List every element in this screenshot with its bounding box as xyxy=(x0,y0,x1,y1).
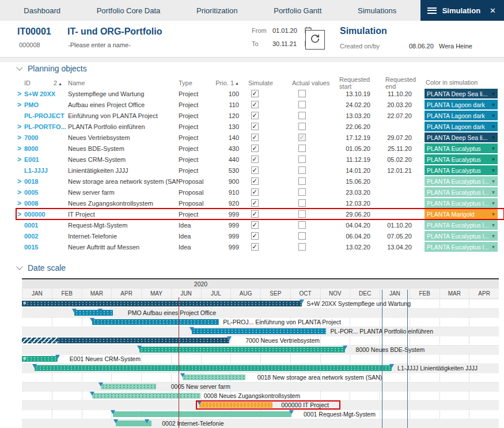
tab-portfolio-gantt[interactable]: Portfolio Gantt xyxy=(274,6,321,15)
col-prio[interactable]: Prio. 1▲ xyxy=(212,76,239,90)
table-row[interactable]: >0008Neues ZugangskontrollsystemProposal… xyxy=(16,198,504,209)
tab-simulations[interactable]: Simulations xyxy=(358,6,396,15)
gantt-bar[interactable] xyxy=(192,328,326,334)
milestone-marker-icon[interactable] xyxy=(55,355,60,359)
simulate-checkbox[interactable]: ✓ xyxy=(239,134,285,141)
color-dropdown[interactable]: PLANTA Eucalyptus▾ xyxy=(425,143,498,153)
simulate-checkbox[interactable]: ✓ xyxy=(239,166,285,174)
table-row[interactable]: >000000IT ProjectProject999✓29.06.20PLAN… xyxy=(16,209,504,219)
col-name[interactable]: Name xyxy=(68,76,179,90)
col-id[interactable]: ID xyxy=(24,79,31,86)
table-row[interactable]: >0018New storage area network system (SA… xyxy=(16,176,504,187)
refresh-button[interactable] xyxy=(305,30,325,50)
simulate-checkbox[interactable]: ✓ xyxy=(239,101,285,108)
simulate-checkbox[interactable]: ✓ xyxy=(239,188,285,196)
expand-icon[interactable]: > xyxy=(16,211,24,217)
table-row[interactable]: >S+W 20XXSystempflege und WartungProject… xyxy=(16,88,504,99)
table-row[interactable]: L1-JJJJLinientätigkeiten JJJJProject530✓… xyxy=(16,165,504,176)
milestone-marker-icon[interactable] xyxy=(137,346,142,350)
table-row[interactable]: >7000Neues VertriebsystemProject140✓✓17.… xyxy=(16,132,504,143)
gantt-bar[interactable]: « xyxy=(22,356,58,362)
simulate-checkbox[interactable]: ✓ xyxy=(239,177,285,185)
milestone-marker-icon[interactable] xyxy=(90,392,94,396)
simulate-checkbox[interactable]: ✓ xyxy=(239,90,285,97)
tab-simulation-active[interactable]: Simulation ✕ xyxy=(420,0,504,21)
table-row[interactable]: 0001Request-Mgt-SystemIdea999✓04.04.2001… xyxy=(16,219,504,230)
planning-object-id[interactable]: 0002 xyxy=(24,233,68,240)
color-dropdown[interactable]: PLANTA Eucalyptus l...▾ xyxy=(425,176,498,186)
color-dropdown[interactable]: PLANTA Lagoon dark▾ xyxy=(425,111,498,120)
actual-values-checkbox[interactable] xyxy=(285,123,337,130)
hamburger-menu-icon[interactable] xyxy=(427,7,437,14)
color-dropdown[interactable]: PLANTA Deep Sea li...▾ xyxy=(425,132,498,142)
simulate-checkbox[interactable]: ✓ xyxy=(239,145,285,152)
expand-icon[interactable]: > xyxy=(16,157,24,162)
actual-values-checkbox[interactable]: ✓ xyxy=(285,134,337,141)
color-dropdown[interactable]: PLANTA Eucalyptus l...▾ xyxy=(425,242,498,252)
color-dropdown[interactable]: PLANTA Eucalyptus▾ xyxy=(425,165,498,175)
color-dropdown[interactable]: PLANTA Lagoon dark▾ xyxy=(425,122,498,131)
simulate-checkbox[interactable]: ✓ xyxy=(239,210,285,218)
color-dropdown[interactable]: PLANTA Eucalyptus l...▾ xyxy=(425,220,498,230)
table-row[interactable]: >0005New server farmProposal910✓23.03.20… xyxy=(16,187,504,198)
actual-values-checkbox[interactable] xyxy=(285,112,337,119)
table-row[interactable]: >E001Neues CRM-SystemProject440✓11.12.19… xyxy=(16,154,504,165)
actual-values-checkbox[interactable] xyxy=(285,243,337,251)
planning-object-id[interactable]: L1-JJJJ xyxy=(24,167,68,174)
col-type[interactable]: Type xyxy=(179,76,212,90)
planning-objects-section-header[interactable]: Planning objects xyxy=(17,64,87,73)
table-row[interactable]: 0002Internet-TelefonieIdea999✓06.04.2007… xyxy=(16,230,504,241)
simulate-checkbox[interactable]: ✓ xyxy=(239,112,285,119)
actual-values-checkbox[interactable] xyxy=(285,166,337,174)
color-dropdown[interactable]: PLANTA Eucalyptus l...▾ xyxy=(425,198,498,208)
milestone-marker-icon[interactable] xyxy=(98,309,103,313)
date-scale-section-header[interactable]: Date scale xyxy=(17,263,66,272)
milestone-marker-icon[interactable] xyxy=(90,318,94,322)
expand-icon[interactable]: > xyxy=(16,91,24,97)
actual-values-checkbox[interactable] xyxy=(285,232,337,240)
expand-icon[interactable]: > xyxy=(16,102,24,108)
actual-values-checkbox[interactable] xyxy=(285,199,337,207)
gantt-bar[interactable]: « xyxy=(22,301,302,306)
gantt-bar[interactable] xyxy=(101,384,156,389)
planning-object-id[interactable]: 8000 xyxy=(24,145,68,152)
simulate-checkbox[interactable]: ✓ xyxy=(239,199,285,207)
actual-values-checkbox[interactable] xyxy=(285,90,337,97)
gantt-bar[interactable] xyxy=(22,338,229,343)
milestone-marker-icon[interactable] xyxy=(72,309,77,313)
actual-values-checkbox[interactable] xyxy=(285,188,337,196)
simulate-checkbox[interactable]: ✓ xyxy=(239,232,285,240)
portfolio-name-placeholder[interactable]: -Please enter a name- xyxy=(68,41,131,48)
milestone-marker-icon[interactable] xyxy=(343,346,347,350)
actual-values-checkbox[interactable] xyxy=(285,145,337,152)
col-actual-values[interactable]: Actual values xyxy=(285,76,337,90)
gantt-bar[interactable] xyxy=(183,374,245,380)
actual-values-checkbox[interactable] xyxy=(285,156,337,163)
milestone-marker-icon[interactable] xyxy=(113,419,118,423)
planning-object-id[interactable]: 0008 xyxy=(24,200,68,207)
actual-values-checkbox[interactable] xyxy=(285,101,337,108)
milestone-marker-icon[interactable] xyxy=(32,364,37,368)
tab-prioritization[interactable]: Prioritization xyxy=(196,6,238,15)
planning-object-id[interactable]: 0018 xyxy=(24,178,68,185)
gantt-bar[interactable] xyxy=(35,365,392,371)
milestone-marker-icon[interactable] xyxy=(111,410,115,414)
actual-values-checkbox[interactable] xyxy=(285,221,337,229)
table-row[interactable]: 0015Neuer Auftritt auf MessenIdea999✓13.… xyxy=(16,241,504,252)
gantt-bar[interactable] xyxy=(113,411,292,417)
tab-dashboard[interactable]: Dashboard xyxy=(24,6,60,15)
planning-object-id[interactable]: 0015 xyxy=(24,244,68,251)
milestone-marker-icon[interactable] xyxy=(300,300,304,304)
from-date-field[interactable]: 01.01.20 xyxy=(272,27,302,34)
col-simulate[interactable]: Simulate xyxy=(239,76,285,90)
planning-object-id[interactable]: PMO xyxy=(24,101,68,108)
expand-icon[interactable]: > xyxy=(16,179,24,184)
planning-object-id[interactable]: E001 xyxy=(24,156,68,163)
simulate-checkbox[interactable]: ✓ xyxy=(239,123,285,130)
planning-object-id[interactable]: PL-PORTFO... xyxy=(24,123,68,130)
milestone-marker-icon[interactable] xyxy=(98,382,103,387)
gantt-bar[interactable] xyxy=(74,310,113,316)
expand-icon[interactable]: > xyxy=(16,135,24,141)
planning-object-id[interactable]: S+W 20XX xyxy=(24,90,68,97)
milestone-marker-icon[interactable] xyxy=(145,419,149,423)
